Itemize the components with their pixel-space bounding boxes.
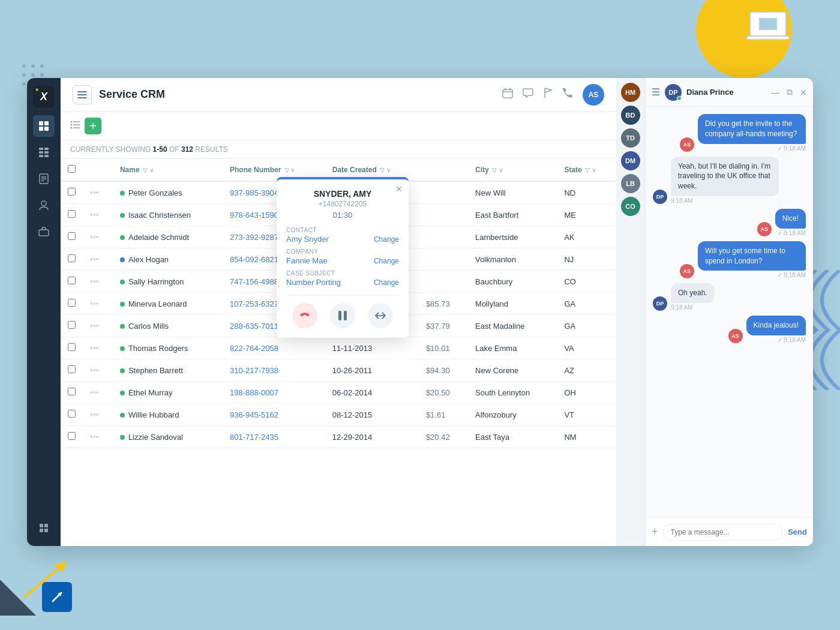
- row-checkbox[interactable]: [61, 359, 83, 382]
- flag-icon[interactable]: [543, 88, 553, 101]
- sidebar-toggle-button[interactable]: [73, 85, 92, 104]
- hangup-button[interactable]: [292, 303, 317, 328]
- row-checkbox[interactable]: [61, 337, 83, 359]
- row-city: East Taya: [468, 426, 557, 448]
- chat-header: ☰ DP Diana Prince — ⧉ ✕: [646, 78, 813, 107]
- city-header[interactable]: City ▽ ∨: [468, 159, 557, 181]
- row-actions[interactable]: •••: [83, 271, 113, 293]
- row-checkbox[interactable]: [61, 404, 83, 426]
- row-checkbox[interactable]: [61, 226, 83, 248]
- row-city: Mollyland: [468, 293, 557, 315]
- row-phone[interactable]: 198-888-0007: [223, 382, 325, 404]
- sidebar-logo[interactable]: X ★: [32, 85, 55, 108]
- message-avatar: AS: [728, 329, 743, 343]
- add-record-button[interactable]: +: [85, 118, 101, 134]
- list-view-icon[interactable]: [70, 121, 80, 131]
- status-dot: [120, 346, 125, 351]
- sidebar-item-bottom[interactable]: [33, 517, 55, 539]
- user-avatar-button[interactable]: AS: [583, 84, 604, 106]
- status-dot: [120, 302, 125, 307]
- calendar-icon[interactable]: [502, 88, 513, 101]
- chat-messages: Did you get the invite to the company al…: [646, 107, 813, 517]
- conv-avatar-item[interactable]: CO: [621, 197, 640, 216]
- row-checkbox[interactable]: [61, 315, 83, 337]
- chat-menu-icon[interactable]: ☰: [652, 86, 660, 98]
- conv-avatar-item[interactable]: HM: [621, 83, 640, 102]
- row-actions[interactable]: •••: [83, 248, 113, 271]
- row-actions[interactable]: •••: [83, 315, 113, 337]
- row-checkbox[interactable]: [61, 271, 83, 293]
- call-contact-name: Amy Snyder: [286, 235, 329, 244]
- row-phone[interactable]: 936-945-5162: [223, 404, 325, 426]
- conv-avatar-item[interactable]: BD: [621, 106, 640, 125]
- call-popup-timer: 01:30: [286, 211, 399, 220]
- row-actions[interactable]: •••: [83, 226, 113, 248]
- conv-avatar-item[interactable]: DM: [621, 151, 640, 170]
- row-amount: [419, 226, 468, 248]
- conv-avatar-item[interactable]: LB: [621, 174, 640, 193]
- row-actions[interactable]: •••: [83, 181, 113, 204]
- chat-close-icon[interactable]: ✕: [800, 88, 807, 97]
- row-checkbox[interactable]: [61, 293, 83, 315]
- chat-icon[interactable]: [523, 88, 533, 101]
- row-actions[interactable]: •••: [83, 382, 113, 404]
- chat-input[interactable]: [663, 524, 784, 541]
- row-city: Bauchbury: [468, 271, 557, 293]
- checkbox-header[interactable]: [61, 159, 83, 181]
- row-state: ME: [557, 204, 616, 226]
- row-actions[interactable]: •••: [83, 359, 113, 382]
- row-amount: $1.61: [419, 404, 468, 426]
- row-actions[interactable]: •••: [83, 293, 113, 315]
- call-contact-change-button[interactable]: Change: [374, 235, 399, 244]
- message-group: Nice!✓ 9:18 AM: [775, 209, 806, 236]
- chat-footer: + Send: [646, 517, 813, 546]
- select-all-checkbox[interactable]: [68, 165, 76, 173]
- row-actions[interactable]: •••: [83, 426, 113, 448]
- row-name: Adelaide Schmidt: [113, 226, 223, 248]
- row-name: Ethel Murray: [113, 382, 223, 404]
- row-checkbox[interactable]: [61, 181, 83, 204]
- row-phone[interactable]: 801-717-2435: [223, 426, 325, 448]
- sidebar-item-docs[interactable]: [33, 168, 55, 190]
- row-phone[interactable]: 310-217-7938: [223, 359, 325, 382]
- call-company-change-button[interactable]: Change: [374, 257, 399, 265]
- row-actions[interactable]: •••: [83, 337, 113, 359]
- message-time: ✓ 9:18 AM: [698, 145, 806, 152]
- chat-popout-icon[interactable]: ⧉: [787, 87, 793, 97]
- row-checkbox[interactable]: [61, 382, 83, 404]
- row-phone[interactable]: 822-764-2058: [223, 337, 325, 359]
- state-header[interactable]: State ▽ ∨: [557, 159, 616, 181]
- city-sort-icon: ▽ ∨: [492, 167, 503, 173]
- chat-send-button[interactable]: Send: [788, 527, 807, 536]
- sidebar-item-briefcase[interactable]: [33, 221, 55, 242]
- call-popup-actions: [286, 295, 399, 328]
- table-row: ••• Ethel Murray 198-888-0007 06-02-2014…: [61, 382, 616, 404]
- transfer-button[interactable]: [368, 303, 393, 328]
- message-time: ✓ 9:18 AM: [746, 337, 806, 343]
- sidebar-item-modules[interactable]: [33, 142, 55, 163]
- table-row: ••• Stephen Barrett 310-217-7938 10-26-2…: [61, 359, 616, 382]
- sidebar-item-grid[interactable]: [33, 115, 55, 137]
- chat-attachment-icon[interactable]: +: [652, 526, 658, 538]
- row-checkbox[interactable]: [61, 248, 83, 271]
- row-state: CO: [557, 271, 616, 293]
- svg-rect-32: [39, 230, 49, 236]
- svg-rect-34: [44, 524, 48, 527]
- row-actions[interactable]: •••: [83, 204, 113, 226]
- chat-minimize-icon[interactable]: —: [771, 88, 779, 97]
- app-container: X ★: [27, 78, 813, 546]
- hold-button[interactable]: [330, 303, 355, 328]
- sidebar-item-user[interactable]: [33, 194, 55, 216]
- svg-rect-38: [77, 94, 87, 95]
- phone-icon[interactable]: [562, 88, 573, 101]
- row-checkbox[interactable]: [61, 204, 83, 226]
- name-header[interactable]: Name ▽ ∨: [113, 159, 223, 181]
- call-company-name: Fannie Mae: [286, 256, 328, 265]
- row-actions[interactable]: •••: [83, 404, 113, 426]
- svg-point-7: [31, 73, 35, 77]
- conv-avatar-item[interactable]: TD: [621, 128, 640, 148]
- row-checkbox[interactable]: [61, 426, 83, 448]
- call-popup-close-icon[interactable]: ✕: [395, 184, 403, 194]
- svg-rect-22: [44, 148, 49, 150]
- call-case-change-button[interactable]: Change: [374, 278, 399, 287]
